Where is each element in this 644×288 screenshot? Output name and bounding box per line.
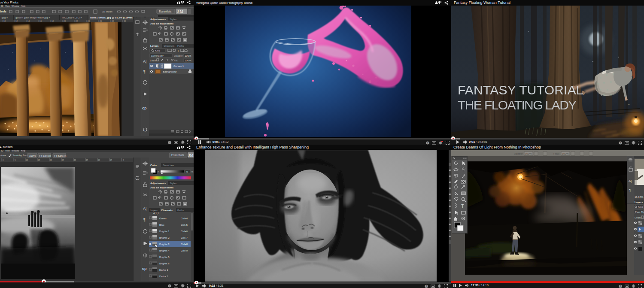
svg-text:Brights 5: Brights 5 — [159, 256, 170, 258]
svg-text:100%: 100% — [562, 152, 569, 155]
svg-text:i: i — [137, 178, 137, 180]
svg-text:i: i — [145, 129, 145, 132]
svg-text:Ctrl+4: Ctrl+4 — [181, 217, 188, 220]
svg-text:100%: 100% — [525, 152, 532, 155]
svg-text:THE FLOATING LADY: THE FLOATING LADY — [458, 98, 577, 112]
svg-text:Swatches: Swatches — [163, 164, 174, 167]
svg-text:Add an adjustment: Add an adjustment — [150, 22, 173, 25]
svg-text:Fit Screen: Fit Screen — [39, 155, 51, 157]
svg-text:¶: ¶ — [629, 188, 631, 192]
svg-text:20: 20 — [50, 159, 52, 161]
svg-text:Adjustments: Adjustments — [150, 182, 166, 185]
svg-text:Green: Green — [159, 217, 167, 220]
svg-text:15: 15 — [38, 159, 40, 161]
svg-text:25: 25 — [62, 159, 64, 161]
svg-text:Darks 2: Darks 2 — [159, 275, 168, 278]
svg-text:Channels: Channels — [164, 45, 174, 47]
svg-text:¶: ¶ — [143, 69, 146, 74]
svg-text:5: 5 — [123, 159, 124, 161]
svg-text:Pass Th: Pass Th — [635, 211, 644, 213]
svg-text:Curves 1: Curves 1 — [173, 65, 184, 67]
svg-text:cp: cp — [142, 106, 147, 110]
svg-text:golden gate bridge water.jpg: golden gate bridge water.jpg × — [15, 16, 50, 19]
svg-text:Brights 6: Brights 6 — [159, 262, 170, 265]
svg-text:Darks 1: Darks 1 — [159, 269, 168, 271]
svg-text:Brights 2: Brights 2 — [159, 236, 170, 239]
svg-text:IMG_8554.CR2 ×: IMG_8554.CR2 × — [62, 16, 82, 19]
svg-text:Opacity:: Opacity: — [174, 55, 183, 57]
svg-text:Ctrl+5: Ctrl+5 — [181, 224, 188, 226]
svg-text:cp: cp — [142, 267, 147, 271]
svg-text:16.67%: 16.67% — [635, 196, 644, 198]
svg-text:100%: 100% — [185, 55, 191, 57]
svg-text:Kind: Kind — [155, 49, 160, 52]
svg-text:JM: JM — [188, 153, 194, 158]
svg-text:Kind: Kind — [638, 206, 643, 208]
svg-text:Layers: Layers — [150, 209, 158, 212]
svg-text:Opacity:: Opacity: — [514, 152, 523, 155]
svg-text:K: K — [158, 170, 159, 173]
svg-text:trols: trols — [0, 10, 6, 13]
svg-text:Lock:: Lock: — [150, 59, 157, 62]
svg-text:Brights 1: Brights 1 — [159, 230, 170, 233]
svg-text:100%: 100% — [29, 155, 36, 157]
svg-text:Paths: Paths — [177, 209, 184, 212]
svg-text:Layers: Layers — [150, 45, 159, 47]
svg-text:Brights 3: Brights 3 — [159, 243, 170, 246]
svg-text:A|: A| — [143, 206, 146, 211]
svg-text:Ctrl+6: Ctrl+6 — [181, 230, 188, 233]
svg-text:35: 35 — [86, 159, 88, 161]
svg-text:0: 0 — [3, 159, 4, 161]
svg-text:Lock:: Lock: — [635, 216, 641, 219]
svg-text:Brights 4: Brights 4 — [159, 249, 170, 252]
svg-text:Channels: Channels — [161, 209, 173, 212]
svg-text:J M: J M — [177, 9, 183, 14]
svg-text:45: 45 — [110, 159, 112, 161]
svg-text:4,1,1: 4,1,1 — [153, 212, 159, 215]
svg-text:Add an adjustment: Add an adjustment — [150, 186, 173, 189]
svg-text:Ctrl+7: Ctrl+7 — [181, 236, 188, 239]
svg-text:Layers: Layers — [635, 201, 643, 203]
svg-text:A|: A| — [629, 179, 632, 183]
svg-text:¶: ¶ — [143, 217, 146, 222]
svg-text:Fill:: Fill: — [174, 59, 178, 62]
svg-text:Styles: Styles — [170, 182, 176, 185]
svg-text:T: T — [177, 49, 179, 52]
svg-text:Blue: Blue — [159, 224, 165, 226]
svg-text:Styles: Styles — [170, 18, 176, 21]
svg-text:Ctrl+9: Ctrl+9 — [181, 249, 188, 252]
svg-text:Adjustments: Adjustments — [150, 18, 166, 21]
svg-text:Ctrl+8: Ctrl+8 — [181, 243, 188, 246]
svg-text:dows: dows — [0, 154, 6, 157]
svg-text:l.jpg ×: l.jpg × — [1, 16, 8, 19]
svg-text:Color: Color — [150, 164, 157, 167]
svg-text:30: 30 — [74, 159, 76, 161]
svg-text:T: T — [461, 203, 464, 209]
svg-text:10: 10 — [26, 159, 28, 161]
svg-text:Essentials: Essentials — [171, 154, 184, 157]
svg-text:A|: A| — [143, 59, 146, 64]
svg-text:Luminosity: Luminosity — [151, 55, 164, 57]
svg-text:100%: 100% — [185, 59, 191, 62]
svg-text:Background: Background — [163, 70, 177, 73]
svg-text:3D Mode:: 3D Mode: — [102, 10, 113, 13]
svg-text:FANTASY TUTORIAL: FANTASY TUTORIAL — [458, 83, 583, 97]
svg-text:Paths: Paths — [177, 45, 184, 47]
svg-text:40: 40 — [98, 159, 100, 161]
svg-text:Flow:: Flow: — [553, 152, 560, 155]
svg-text:5: 5 — [15, 159, 16, 161]
svg-text:Fill Screen: Fill Screen — [54, 155, 66, 157]
svg-text:Scrubby Zoom: Scrubby Zoom — [12, 154, 29, 157]
svg-text:Essentials: Essentials — [159, 10, 172, 13]
